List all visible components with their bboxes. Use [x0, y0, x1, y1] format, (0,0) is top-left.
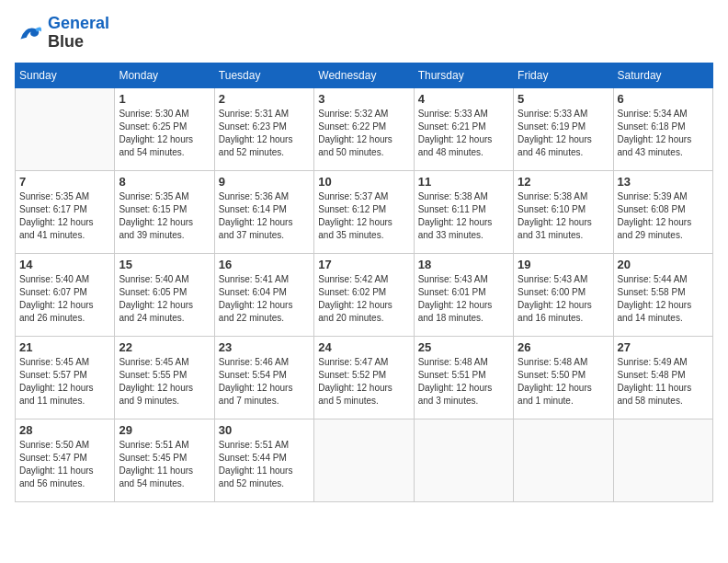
day-number: 16 [219, 258, 310, 271]
day-info: Sunrise: 5:43 AMSunset: 6:00 PMDaylight:… [518, 273, 609, 325]
day-info: Sunrise: 5:42 AMSunset: 6:02 PMDaylight:… [318, 273, 409, 325]
day-info: Sunrise: 5:41 AMSunset: 6:04 PMDaylight:… [219, 273, 310, 325]
calendar-cell: 22Sunrise: 5:45 AMSunset: 5:55 PMDayligh… [115, 336, 214, 419]
day-number: 17 [318, 258, 409, 271]
day-number: 30 [219, 423, 310, 437]
calendar-cell: 24Sunrise: 5:47 AMSunset: 5:52 PMDayligh… [314, 336, 414, 419]
calendar-cell: 21Sunrise: 5:45 AMSunset: 5:57 PMDayligh… [16, 336, 115, 419]
day-number: 9 [219, 175, 310, 189]
day-number: 22 [119, 340, 210, 354]
day-number: 12 [518, 175, 609, 189]
day-info: Sunrise: 5:51 AMSunset: 5:44 PMDaylight:… [219, 439, 310, 490]
calendar-cell: 17Sunrise: 5:42 AMSunset: 6:02 PMDayligh… [314, 253, 414, 336]
day-number: 10 [318, 175, 409, 189]
day-number: 4 [418, 92, 509, 106]
day-number: 13 [618, 175, 709, 189]
day-info: Sunrise: 5:46 AMSunset: 5:54 PMDaylight:… [219, 356, 310, 408]
calendar-cell: 5Sunrise: 5:33 AMSunset: 6:19 PMDaylight… [514, 87, 613, 170]
day-info: Sunrise: 5:38 AMSunset: 6:11 PMDaylight:… [418, 190, 509, 242]
calendar-cell: 25Sunrise: 5:48 AMSunset: 5:51 PMDayligh… [414, 336, 513, 419]
day-info: Sunrise: 5:38 AMSunset: 6:10 PMDaylight:… [518, 190, 609, 242]
calendar-cell: 3Sunrise: 5:32 AMSunset: 6:22 PMDaylight… [314, 87, 414, 170]
calendar-cell [414, 419, 513, 501]
logo-text: General Blue [48, 15, 109, 52]
calendar-cell: 10Sunrise: 5:37 AMSunset: 6:12 PMDayligh… [314, 170, 414, 253]
week-row-4: 21Sunrise: 5:45 AMSunset: 5:57 PMDayligh… [16, 336, 713, 419]
day-number: 28 [19, 423, 110, 437]
weekday-header-thursday: Thursday [414, 63, 513, 87]
day-number: 21 [19, 340, 110, 354]
calendar-cell: 20Sunrise: 5:44 AMSunset: 5:58 PMDayligh… [613, 253, 712, 336]
day-number: 8 [119, 175, 210, 189]
calendar-cell: 16Sunrise: 5:41 AMSunset: 6:04 PMDayligh… [214, 253, 313, 336]
week-row-1: 1Sunrise: 5:30 AMSunset: 6:25 PMDaylight… [16, 87, 713, 170]
day-number: 1 [119, 92, 210, 106]
day-number: 7 [19, 175, 110, 189]
calendar-cell: 26Sunrise: 5:48 AMSunset: 5:50 PMDayligh… [514, 336, 613, 419]
day-number: 19 [518, 258, 609, 271]
day-info: Sunrise: 5:31 AMSunset: 6:23 PMDaylight:… [219, 108, 310, 159]
week-row-3: 14Sunrise: 5:40 AMSunset: 6:07 PMDayligh… [16, 253, 713, 336]
day-info: Sunrise: 5:35 AMSunset: 6:15 PMDaylight:… [119, 190, 210, 242]
day-info: Sunrise: 5:30 AMSunset: 6:25 PMDaylight:… [119, 108, 210, 159]
day-number: 6 [618, 92, 709, 106]
calendar-cell: 15Sunrise: 5:40 AMSunset: 6:05 PMDayligh… [115, 253, 214, 336]
logo-icon [15, 18, 44, 48]
day-number: 15 [119, 258, 210, 271]
calendar-cell: 9Sunrise: 5:36 AMSunset: 6:14 PMDaylight… [214, 170, 313, 253]
calendar-cell: 19Sunrise: 5:43 AMSunset: 6:00 PMDayligh… [514, 253, 613, 336]
calendar-cell: 13Sunrise: 5:39 AMSunset: 6:08 PMDayligh… [613, 170, 712, 253]
day-number: 2 [219, 92, 310, 106]
day-info: Sunrise: 5:51 AMSunset: 5:45 PMDaylight:… [119, 439, 210, 490]
calendar-cell: 2Sunrise: 5:31 AMSunset: 6:23 PMDaylight… [214, 87, 313, 170]
page-header: General Blue [15, 15, 713, 52]
day-info: Sunrise: 5:35 AMSunset: 6:17 PMDaylight:… [19, 190, 110, 242]
calendar-cell [613, 419, 712, 501]
weekday-header-sunday: Sunday [16, 63, 115, 87]
calendar-cell: 12Sunrise: 5:38 AMSunset: 6:10 PMDayligh… [514, 170, 613, 253]
day-info: Sunrise: 5:40 AMSunset: 6:05 PMDaylight:… [119, 273, 210, 325]
day-info: Sunrise: 5:34 AMSunset: 6:18 PMDaylight:… [618, 108, 709, 159]
calendar-cell [16, 87, 115, 170]
day-info: Sunrise: 5:43 AMSunset: 6:01 PMDaylight:… [418, 273, 509, 325]
day-number: 3 [318, 92, 409, 106]
day-info: Sunrise: 5:39 AMSunset: 6:08 PMDaylight:… [618, 190, 709, 242]
weekday-header-wednesday: Wednesday [314, 63, 414, 87]
day-number: 27 [618, 340, 709, 354]
calendar-cell: 1Sunrise: 5:30 AMSunset: 6:25 PMDaylight… [115, 87, 214, 170]
day-info: Sunrise: 5:32 AMSunset: 6:22 PMDaylight:… [318, 108, 409, 159]
weekday-header-tuesday: Tuesday [214, 63, 313, 87]
day-number: 14 [19, 258, 110, 271]
calendar-cell [314, 419, 414, 501]
day-info: Sunrise: 5:33 AMSunset: 6:21 PMDaylight:… [418, 108, 509, 159]
day-info: Sunrise: 5:33 AMSunset: 6:19 PMDaylight:… [518, 108, 609, 159]
weekday-header-saturday: Saturday [613, 63, 712, 87]
day-info: Sunrise: 5:40 AMSunset: 6:07 PMDaylight:… [19, 273, 110, 325]
calendar-cell: 6Sunrise: 5:34 AMSunset: 6:18 PMDaylight… [613, 87, 712, 170]
calendar-cell: 7Sunrise: 5:35 AMSunset: 6:17 PMDaylight… [16, 170, 115, 253]
day-number: 18 [418, 258, 509, 271]
calendar-cell: 4Sunrise: 5:33 AMSunset: 6:21 PMDaylight… [414, 87, 513, 170]
day-number: 24 [318, 340, 409, 354]
day-info: Sunrise: 5:45 AMSunset: 5:57 PMDaylight:… [19, 356, 110, 408]
logo: General Blue [15, 15, 109, 52]
day-info: Sunrise: 5:50 AMSunset: 5:47 PMDaylight:… [19, 439, 110, 490]
calendar-cell: 23Sunrise: 5:46 AMSunset: 5:54 PMDayligh… [214, 336, 313, 419]
day-info: Sunrise: 5:49 AMSunset: 5:48 PMDaylight:… [618, 356, 709, 408]
day-number: 5 [518, 92, 609, 106]
calendar-cell: 30Sunrise: 5:51 AMSunset: 5:44 PMDayligh… [214, 419, 313, 501]
day-info: Sunrise: 5:45 AMSunset: 5:55 PMDaylight:… [119, 356, 210, 408]
day-info: Sunrise: 5:47 AMSunset: 5:52 PMDaylight:… [318, 356, 409, 408]
calendar-cell: 11Sunrise: 5:38 AMSunset: 6:11 PMDayligh… [414, 170, 513, 253]
calendar-cell: 14Sunrise: 5:40 AMSunset: 6:07 PMDayligh… [16, 253, 115, 336]
weekday-header-monday: Monday [115, 63, 214, 87]
calendar-cell: 28Sunrise: 5:50 AMSunset: 5:47 PMDayligh… [16, 419, 115, 501]
calendar-cell: 29Sunrise: 5:51 AMSunset: 5:45 PMDayligh… [115, 419, 214, 501]
calendar-cell [514, 419, 613, 501]
calendar-cell: 18Sunrise: 5:43 AMSunset: 6:01 PMDayligh… [414, 253, 513, 336]
day-number: 20 [618, 258, 709, 271]
calendar-table: SundayMondayTuesdayWednesdayThursdayFrid… [15, 63, 713, 502]
calendar-header-row: SundayMondayTuesdayWednesdayThursdayFrid… [16, 63, 713, 87]
calendar-cell: 27Sunrise: 5:49 AMSunset: 5:48 PMDayligh… [613, 336, 712, 419]
day-info: Sunrise: 5:48 AMSunset: 5:50 PMDaylight:… [518, 356, 609, 408]
